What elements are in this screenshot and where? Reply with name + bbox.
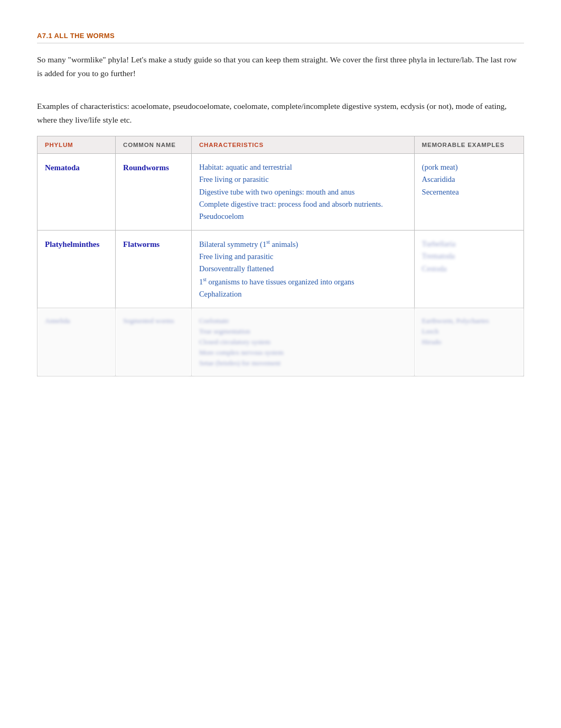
col-header-memorable-examples: Memorable Examples [414,136,523,154]
cell-characteristics: Habitat: aquatic and terrestrialFree liv… [191,154,414,231]
cell-phylum: Nematoda [38,154,116,231]
characteristics-note: Examples of characteristics: acoelomate,… [37,99,524,126]
cell-common-name: Flatworms [116,231,192,308]
cell-common-name: Segmented worms [116,308,192,376]
table-row: AnnelidaSegmented wormsCoelomateTrue seg… [38,308,524,376]
worms-table: Phylum Common Name Characteristics Memor… [37,136,524,376]
cell-phylum: Annelida [38,308,116,376]
intro-paragraph: So many "wormlike" phyla! Let's make a s… [37,53,524,80]
col-header-phylum: Phylum [38,136,116,154]
cell-characteristics: Bilateral symmetry (1st animals)Free liv… [191,231,414,308]
cell-phylum: Platyhelminthes [38,231,116,308]
cell-characteristics: CoelomateTrue segmentationClosed circula… [191,308,414,376]
table-header-row: Phylum Common Name Characteristics Memor… [38,136,524,154]
table-row: PlatyhelminthesFlatwormsBilateral symmet… [38,231,524,308]
cell-memorable-examples: Earthworm, PolychaetesLeechHirudo [414,308,523,376]
table-row: NematodaRoundwormsHabitat: aquatic and t… [38,154,524,231]
col-header-common-name: Common Name [116,136,192,154]
cell-memorable-examples: TurbellariaTrematodaCestoda [414,231,523,308]
cell-common-name: Roundworms [116,154,192,231]
col-header-characteristics: Characteristics [191,136,414,154]
section-title: A7.1 All the worms [37,32,524,43]
cell-memorable-examples: (pork meat)AscarididaSecernentea [414,154,523,231]
